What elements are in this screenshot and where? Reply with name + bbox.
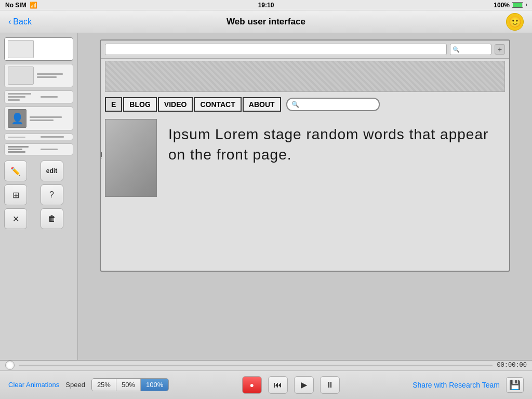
sidebar: 👤 ✏ <box>0 33 78 360</box>
sidebar-item-6[interactable] <box>4 143 73 155</box>
clear-button[interactable]: ✕ <box>4 208 27 229</box>
new-tab-button[interactable]: + <box>495 44 505 55</box>
sidebar-lines-3b <box>41 96 70 98</box>
address-bar[interactable] <box>105 44 447 55</box>
canvas-area: 🔍 + E BLOG VIDEO CONTACT ABOUT 🔍 ◀ <box>78 33 532 360</box>
progress-track[interactable] <box>19 365 493 366</box>
record-icon: ● <box>249 381 254 389</box>
back-chevron-icon: ‹ <box>8 17 11 26</box>
sidebar-item-4[interactable]: 👤 <box>4 107 73 130</box>
nav-bar: ‹ Back Web user interface 🙂 <box>0 10 532 33</box>
search-icon: 🔍 <box>453 46 460 53</box>
speed-label: Speed <box>65 381 85 389</box>
save-button[interactable]: 💾 <box>506 377 524 393</box>
sidebar-divider <box>8 137 25 138</box>
share-button[interactable]: Share with Research Team <box>413 381 500 389</box>
progress-time: 00:00:00 <box>497 362 527 369</box>
wireframe-search-box[interactable]: 🔍 <box>286 98 380 111</box>
nav-item-blog[interactable]: BLOG <box>123 97 156 112</box>
edit-draw-button[interactable]: ✏️ <box>4 161 27 181</box>
browser-search-box[interactable]: 🔍 <box>450 44 491 55</box>
clear-animations-label[interactable]: Clear Animations <box>8 381 59 389</box>
sidebar-small-lines <box>8 146 37 153</box>
browser-top-bar: 🔍 + <box>101 41 509 59</box>
sidebar-avatar: 👤 <box>8 109 26 128</box>
wireframe-nav: E BLOG VIDEO CONTACT ABOUT 🔍 <box>101 94 509 115</box>
wireframe-container: 🔍 + E BLOG VIDEO CONTACT ABOUT 🔍 ◀ <box>100 39 510 272</box>
play-button[interactable]: ▶ <box>294 376 314 394</box>
back-label: Back <box>13 17 32 26</box>
progress-bar-area: 00:00:00 <box>0 361 532 371</box>
wireframe-header-banner <box>105 61 505 92</box>
nav-item-contact[interactable]: CONTACT <box>194 97 241 112</box>
nav-item-video[interactable]: VIDEO <box>158 97 193 112</box>
emoji-button[interactable]: 🙂 <box>506 13 524 31</box>
sidebar-thumbnail-1 <box>8 40 34 58</box>
sidebar-item-5[interactable] <box>4 134 73 140</box>
speed-25-button[interactable]: 25% <box>92 379 116 391</box>
battery-percent: 100% <box>494 2 510 9</box>
play-icon: ▶ <box>301 380 307 390</box>
wireframe-content: ◀ Ipsum Lorem stage random words that ap… <box>101 115 509 271</box>
bottom-toolbar: 00:00:00 Clear Animations Speed 25% 50% … <box>0 360 532 399</box>
sidebar-lines-5 <box>41 136 70 138</box>
help-button[interactable]: ? <box>41 184 63 205</box>
wireframe-image <box>105 119 157 197</box>
sidebar-item-2[interactable] <box>4 64 73 87</box>
back-button[interactable]: ‹ Back <box>8 17 32 26</box>
rewind-icon: ⏮ <box>274 380 282 390</box>
time-label: 19:10 <box>258 2 274 9</box>
trash-button[interactable]: 🗑 <box>41 208 63 229</box>
copy-button[interactable]: ⊞ <box>4 184 27 205</box>
sidebar-buttons: ✏️ edit ⊞ ? ✕ 🗑 <box>4 161 73 229</box>
save-icon: 💾 <box>509 379 521 391</box>
controls-row: Clear Animations Speed 25% 50% 100% ● ⏮ … <box>0 371 532 399</box>
carrier-label: No SIM <box>5 2 26 9</box>
speed-100-button[interactable]: 100% <box>141 379 168 391</box>
sidebar-thumbnail-2 <box>8 66 34 85</box>
emoji-icon: 🙂 <box>509 16 522 28</box>
main-area: 👤 ✏ <box>0 33 532 360</box>
nav-item-about[interactable]: ABOUT <box>243 97 281 112</box>
edit-button[interactable]: edit <box>41 161 63 181</box>
battery-icon <box>512 2 523 8</box>
pause-icon: ⏸ <box>326 380 334 390</box>
sidebar-lines-6 <box>41 149 70 150</box>
wf-search-icon: 🔍 <box>291 101 299 108</box>
pause-button[interactable]: ⏸ <box>320 376 340 394</box>
wireframe-text-area: Ipsum Lorem stage random words that appe… <box>163 119 505 267</box>
wireframe-handwritten-text: Ipsum Lorem stage random words that appe… <box>168 124 500 165</box>
progress-thumb[interactable] <box>5 361 15 370</box>
sidebar-lines-4 <box>30 116 70 121</box>
nav-item-home[interactable]: E <box>105 97 122 112</box>
speed-50-button[interactable]: 50% <box>116 379 141 391</box>
rewind-button[interactable]: ⏮ <box>268 376 288 394</box>
sidebar-lines-3 <box>8 93 37 101</box>
wifi-icon: 📶 <box>30 2 37 9</box>
speed-selector: 25% 50% 100% <box>91 378 169 391</box>
status-bar: No SIM 📶 19:10 100% <box>0 0 532 10</box>
page-title: Web user interface <box>227 17 305 27</box>
sidebar-item-3[interactable] <box>4 90 73 103</box>
record-button[interactable]: ● <box>242 376 262 394</box>
sidebar-lines-2 <box>37 73 70 78</box>
sidebar-item-1[interactable] <box>4 37 73 61</box>
